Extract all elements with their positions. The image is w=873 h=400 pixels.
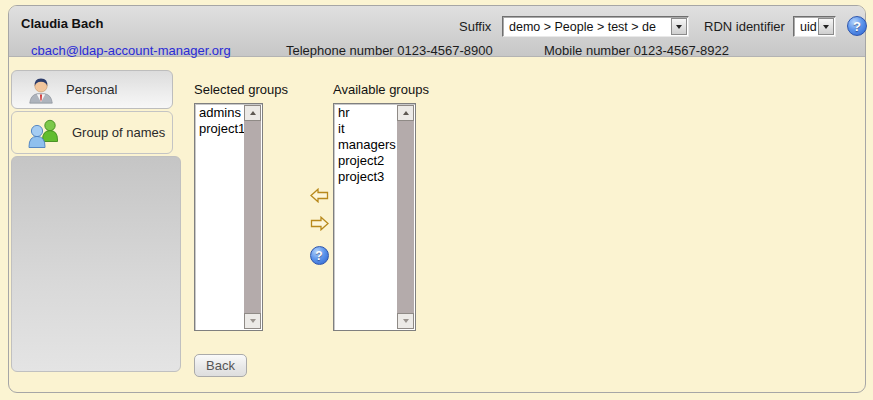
list-item[interactable]: admins bbox=[196, 105, 244, 121]
scrollbar[interactable] bbox=[397, 105, 414, 329]
list-item[interactable]: hr bbox=[335, 105, 397, 121]
list-item[interactable]: project2 bbox=[335, 153, 397, 169]
mobile-value: 0123-4567-8922 bbox=[634, 43, 729, 58]
list-item[interactable]: managers bbox=[335, 137, 397, 153]
rdn-identifier-label: RDN identifier bbox=[704, 19, 785, 34]
telephone-label: Telephone number bbox=[286, 43, 394, 58]
tab-group-of-names-label: Group of names bbox=[72, 125, 165, 140]
suffix-label: Suffix bbox=[459, 19, 491, 34]
tab-group-of-names[interactable]: Group of names bbox=[11, 111, 173, 154]
rdn-select-value: uid bbox=[794, 20, 817, 34]
telephone-number: Telephone number 0123-4567-8900 bbox=[286, 43, 493, 58]
back-button[interactable]: Back bbox=[194, 354, 247, 377]
scroll-up-icon[interactable] bbox=[397, 105, 414, 121]
scroll-down-icon[interactable] bbox=[397, 313, 414, 329]
suffix-select-dropdown-button[interactable] bbox=[671, 18, 687, 35]
move-left-arrow-icon[interactable] bbox=[310, 188, 329, 203]
tab-personal-label: Personal bbox=[66, 82, 117, 97]
help-icon[interactable]: ? bbox=[310, 246, 329, 265]
email-link[interactable]: cbach@ldap-account-manager.org bbox=[31, 43, 231, 58]
selected-groups-listbox[interactable]: adminsproject1 bbox=[194, 103, 263, 331]
list-item[interactable]: project1 bbox=[196, 121, 244, 137]
selected-groups-options: adminsproject1 bbox=[196, 105, 244, 329]
tab-personal[interactable]: Personal bbox=[11, 70, 173, 109]
telephone-value: 0123-4567-8900 bbox=[397, 43, 492, 58]
chevron-down-icon bbox=[676, 25, 682, 29]
help-icon[interactable]: ? bbox=[847, 16, 867, 36]
suffix-select-value: demo > People > test > de bbox=[503, 20, 670, 34]
available-groups-listbox[interactable]: hritmanagersproject2project3 bbox=[333, 103, 416, 331]
account-header: Claudia Bach Suffix demo > People > test… bbox=[9, 6, 865, 57]
available-groups-options: hritmanagersproject2project3 bbox=[335, 105, 397, 329]
list-item[interactable]: it bbox=[335, 121, 397, 137]
scrollbar[interactable] bbox=[244, 105, 261, 329]
move-right-arrow-icon[interactable] bbox=[310, 216, 329, 231]
user-icon bbox=[26, 75, 56, 105]
group-icon bbox=[26, 117, 62, 149]
scroll-down-icon[interactable] bbox=[244, 313, 261, 329]
account-edit-window: Claudia Bach Suffix demo > People > test… bbox=[8, 5, 866, 393]
selected-groups-label: Selected groups bbox=[194, 82, 288, 97]
available-groups-label: Available groups bbox=[333, 82, 429, 97]
suffix-select[interactable]: demo > People > test > de bbox=[502, 16, 689, 37]
sidebar-panel bbox=[11, 156, 181, 372]
scroll-up-icon[interactable] bbox=[244, 105, 261, 121]
chevron-down-icon bbox=[823, 25, 829, 29]
rdn-select-dropdown-button[interactable] bbox=[818, 18, 834, 35]
transfer-controls: ? bbox=[301, 188, 337, 265]
account-name: Claudia Bach bbox=[21, 16, 103, 31]
list-item[interactable]: project3 bbox=[335, 169, 397, 185]
mobile-number: Mobile number 0123-4567-8922 bbox=[544, 43, 729, 58]
rdn-identifier-select[interactable]: uid bbox=[793, 16, 836, 37]
mobile-label: Mobile number bbox=[544, 43, 630, 58]
